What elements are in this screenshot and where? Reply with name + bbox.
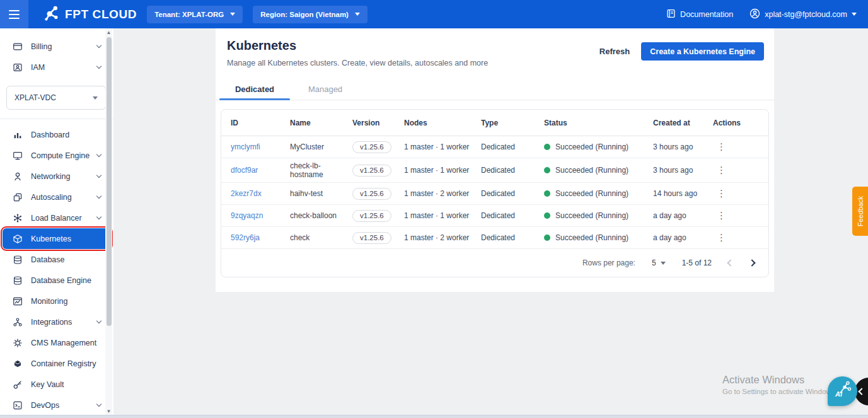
sidebar-item-compute-engine[interactable]: Compute Engine — [3, 145, 111, 166]
tenant-selector[interactable]: Tenant: XPLAT-ORG — [147, 6, 243, 23]
version-chip: v1.25.6 — [352, 165, 391, 177]
sidebar-item-label: Integrations — [31, 318, 72, 327]
sidebar-item-monitoring[interactable]: Monitoring — [3, 291, 111, 311]
tab-dedicated[interactable]: Dedicated — [219, 78, 290, 100]
sidebar-item-container-registry[interactable]: Container Registry — [3, 353, 111, 374]
sidebar-item-label: Compute Engine — [31, 151, 90, 160]
row-actions-kebab-icon[interactable]: ⋮ — [713, 141, 730, 152]
sidebar-item-dashboard[interactable]: Dashboard — [3, 124, 111, 145]
sidebar-divider — [0, 119, 113, 119]
cluster-name: check-balloon — [290, 211, 352, 220]
chevron-down-icon — [96, 402, 101, 407]
sidebar-item-iam[interactable]: IAM — [3, 57, 111, 78]
cluster-type: Dedicated — [481, 166, 544, 175]
brand-logo: FPT CLOUD — [42, 3, 137, 26]
tab-managed[interactable]: Managed — [290, 78, 361, 100]
top-bar: FPT CLOUD Tenant: XPLAT-ORG Region: Saig… — [0, 0, 868, 28]
networking-icon — [13, 171, 23, 182]
feedback-label: Feedback — [857, 196, 864, 226]
tab-bar: DedicatedManaged — [216, 78, 774, 100]
scroll-up-icon[interactable]: ▲ — [105, 28, 112, 36]
table-row: dfocf9archeck-lb-hostnamev1.25.61 master… — [221, 158, 768, 183]
sidebar-item-label: IAM — [31, 63, 45, 72]
region-label: Region: Saigon (Vietnam) — [260, 11, 349, 18]
chevron-down-icon — [96, 173, 101, 178]
rows-per-page-select[interactable]: 5 — [652, 258, 666, 267]
sidebar-item-networking[interactable]: Networking — [3, 166, 111, 187]
documentation-label: Documentation — [680, 10, 733, 19]
cluster-created-at: 3 hours ago — [653, 166, 713, 175]
sidebar-item-database[interactable]: Database — [3, 249, 111, 270]
version-chip: v1.25.6 — [352, 232, 391, 244]
sidebar-item-label: Billing — [31, 42, 52, 51]
next-page-button[interactable] — [748, 259, 755, 266]
chevron-down-icon — [96, 64, 101, 69]
sidebar-item-autoscaling[interactable]: Autoscaling — [3, 187, 111, 207]
chevron-down-icon — [96, 214, 101, 219]
row-actions-kebab-icon[interactable]: ⋮ — [713, 210, 730, 221]
sidebar-item-label: Autoscaling — [31, 193, 72, 202]
sidebar-item-billing[interactable]: Billing — [3, 36, 111, 57]
monitoring-icon — [13, 296, 23, 306]
sidebar-item-database-engine[interactable]: Database Engine — [3, 270, 111, 291]
sidebar-item-kubernetes[interactable]: Kubernetes — [3, 228, 111, 249]
column-header-nodes: Nodes — [404, 119, 481, 127]
table-body: ymclymfiMyClusterv1.25.61 master · 1 wor… — [221, 136, 768, 249]
sidebar-item-label: Database Engine — [31, 276, 91, 285]
cluster-id-link[interactable]: ymclymfi — [231, 142, 260, 151]
scrollbar-thumb[interactable] — [107, 37, 112, 326]
region-selector[interactable]: Region: Saigon (Vietnam) — [253, 6, 367, 23]
key-vault-icon — [13, 380, 23, 390]
cluster-nodes: 1 master · 1 worker — [404, 166, 481, 175]
table-row: 2kezr7dxhaihv-testv1.25.61 master · 2 wo… — [221, 183, 768, 205]
database-engine-icon — [13, 276, 23, 286]
row-actions-kebab-icon[interactable]: ⋮ — [713, 165, 730, 175]
create-kubernetes-engine-button[interactable]: Create a Kubernetes Engine — [641, 42, 764, 61]
sidebar-main-group: DashboardCompute EngineNetworkingAutosca… — [0, 124, 113, 415]
sidebar-item-cms-management[interactable]: CMS Management — [3, 332, 111, 353]
cluster-type: Dedicated — [481, 233, 544, 242]
cluster-nodes: 1 master · 1 worker — [404, 142, 481, 151]
sidebar-item-devops[interactable]: DevOps — [3, 395, 111, 415]
iam-icon — [13, 62, 23, 73]
ai-chat-bubble-button[interactable]: AI — [828, 376, 857, 406]
vdc-selector-value: XPLAT-VDC — [14, 93, 56, 102]
table-header-row: IDNameVersionNodesTypeStatusCreated atAc… — [221, 110, 768, 136]
column-header-status: Status — [544, 119, 653, 127]
sidebar-scrollbar[interactable]: ▲ ▼ — [105, 28, 112, 415]
cluster-id-link[interactable]: dfocf9ar — [231, 166, 258, 175]
hamburger-menu-button[interactable] — [0, 0, 28, 28]
sidebar-item-integrations[interactable]: Integrations — [3, 311, 111, 332]
scroll-down-icon[interactable]: ▼ — [105, 407, 112, 415]
cluster-id-link[interactable]: 592ry6ja — [231, 233, 260, 242]
row-actions-kebab-icon[interactable]: ⋮ — [713, 232, 730, 243]
previous-page-button[interactable] — [727, 259, 734, 266]
account-menu[interactable]: xplat-stg@fptcloud.com — [749, 8, 857, 21]
book-icon — [666, 9, 676, 20]
chevron-down-icon — [852, 13, 857, 16]
cluster-id-link[interactable]: 9zqyaqzn — [231, 211, 263, 220]
cluster-nodes: 1 master · 1 worker — [404, 211, 481, 220]
account-email: xplat-stg@fptcloud.com — [765, 10, 847, 19]
chevron-down-icon — [96, 318, 101, 323]
rows-per-page-value: 5 — [652, 258, 656, 267]
feedback-tab[interactable]: Feedback — [852, 187, 868, 236]
cluster-nodes: 1 master · 2 worker — [404, 189, 481, 198]
cluster-type: Dedicated — [481, 189, 544, 198]
kubernetes-icon — [13, 234, 23, 244]
cluster-id-link[interactable]: 2kezr7dx — [231, 189, 262, 198]
cluster-name: MyCluster — [290, 142, 352, 151]
compute-engine-icon — [13, 151, 23, 161]
sidebar: BillingIAM XPLAT-VDC DashboardCompute En… — [0, 28, 113, 415]
row-actions-kebab-icon[interactable]: ⋮ — [713, 188, 730, 199]
chevron-down-icon — [96, 194, 101, 199]
refresh-button[interactable]: Refresh — [599, 47, 630, 56]
sidebar-item-key-vault[interactable]: Key Vault — [3, 374, 111, 395]
cluster-status: Succeeded (Running) — [555, 142, 628, 151]
documentation-link[interactable]: Documentation — [666, 9, 733, 20]
sidebar-item-load-balancer[interactable]: Load Balancer — [3, 207, 111, 228]
chevron-down-icon — [96, 43, 101, 48]
tenant-label: Tenant: XPLAT-ORG — [154, 11, 224, 18]
vdc-selector[interactable]: XPLAT-VDC — [6, 86, 106, 110]
column-header-version: Version — [352, 119, 404, 127]
